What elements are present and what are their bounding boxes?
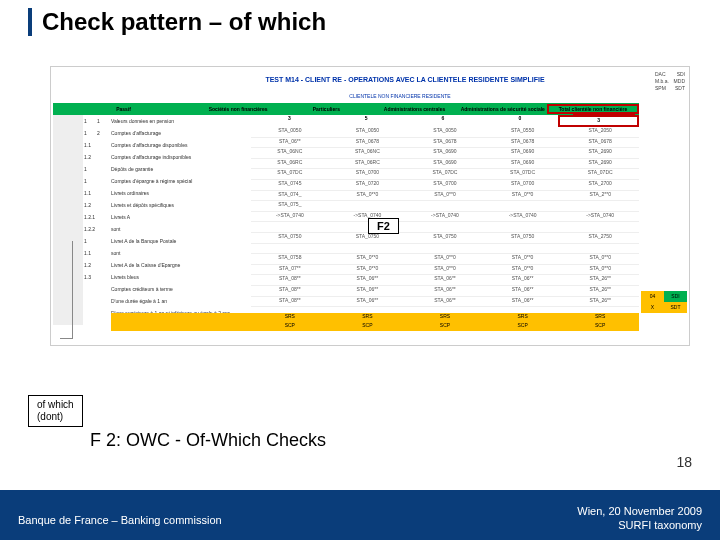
- f2-callout-label: F2: [368, 218, 399, 234]
- ss-row-subindex: 12: [97, 115, 107, 139]
- ss-top-values: 35603: [251, 115, 639, 127]
- page-number: 18: [676, 454, 692, 470]
- ss-row-labels: Valeurs données en pensionComptes d'affa…: [111, 115, 251, 331]
- ss-column-headers: Passif Sociétés non financières Particul…: [53, 103, 639, 115]
- ss-meta-box: DACSDI M.b.a.MDD SPMSDT: [653, 71, 687, 92]
- ss-data-cells: STA_0050STA_06**STA_06NCSTA_06RCSTA_07DC…: [251, 127, 639, 307]
- ss-row-numbers: 111.11.2111.11.21.2.11.2.211.11.21.3: [84, 115, 96, 283]
- ss-doc-title: TEST M14 - CLIENT RE - OPERATIONS AVEC L…: [161, 73, 649, 87]
- ss-orange-footer: SRSSRSSRSSRSSRS SCPSCPSCPSCPSCP: [111, 313, 639, 331]
- footer-left-text: Banque de France – Banking commission: [18, 514, 222, 526]
- callout-leader-line: [72, 241, 73, 339]
- callout-leader-line: [60, 338, 73, 339]
- ss-row-gutter: [53, 115, 83, 325]
- ss-right-orange: 04SDI XSDT: [641, 291, 687, 313]
- ss-sub-header: CLIENTELE NON FINANCIERE RESIDENTE: [161, 91, 639, 101]
- spreadsheet-screenshot: TEST M14 - CLIENT RE - OPERATIONS AVEC L…: [50, 66, 690, 346]
- slide-subtitle: F 2: OWC - Of-Which Checks: [90, 430, 326, 451]
- slide-title: Check pattern – of which: [42, 8, 720, 36]
- of-which-callout: of which (dont): [28, 395, 83, 427]
- slide-footer: Banque de France – Banking commission Wi…: [0, 490, 720, 540]
- footer-right-text: Wien, 20 November 2009 SURFI taxonomy: [577, 504, 702, 532]
